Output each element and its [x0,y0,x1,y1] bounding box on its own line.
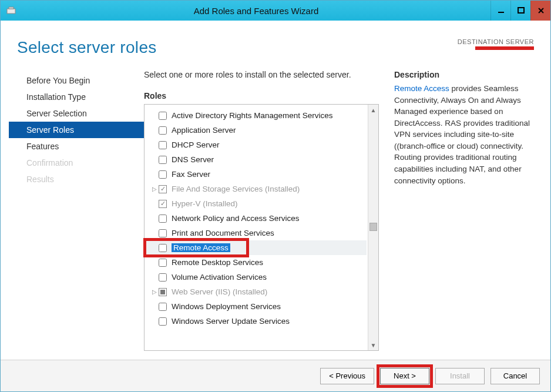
next-button[interactable]: Next > [380,368,429,384]
scroll-up-icon[interactable]: ▲ [368,105,378,115]
role-row[interactable]: Active Directory Rights Management Servi… [146,108,367,123]
svg-rect-1 [9,7,14,9]
role-row[interactable]: Windows Server Update Services [146,314,367,329]
role-label: Remote Access [173,243,229,252]
role-row[interactable]: Remote Access [146,240,367,255]
role-label: Application Server [172,126,236,135]
install-button[interactable]: Install [435,368,485,384]
role-label: Network Policy and Access Services [172,214,300,223]
description-title: Description [394,70,536,79]
role-label: Volume Activation Services [172,273,267,282]
sidebar-item-before-you-begin[interactable]: Before You Begin [9,72,144,89]
checkbox[interactable] [159,229,167,237]
instruction-text: Select one or more roles to install on t… [144,70,379,79]
sidebar-item-features[interactable]: Features [9,138,144,155]
role-row[interactable]: Remote Desktop Services [146,255,367,270]
role-row[interactable]: ✓Hyper-V (Installed) [146,196,367,211]
maximize-button[interactable] [510,1,530,21]
checkbox[interactable] [159,112,167,120]
role-row[interactable]: ▷✓File And Storage Services (Installed) [146,182,367,196]
roles-listbox: Active Directory Rights Management Servi… [144,104,379,351]
role-label: DHCP Server [172,140,220,149]
role-row[interactable]: Fax Server [146,167,367,182]
window-title: Add Roles and Features Wizard [22,6,490,16]
titlebar: Add Roles and Features Wizard [1,1,550,21]
role-label: Fax Server [172,170,210,179]
destination-server-label: DESTINATION SERVER [458,38,534,45]
checkbox-tristate[interactable] [159,288,167,296]
svg-rect-3 [518,8,524,13]
sidebar-item-results: Results [9,171,144,187]
role-label: Print and Document Services [172,229,274,237]
role-label: DNS Server [172,155,214,164]
role-label: Hyper-V (Installed) [172,199,238,208]
checkbox[interactable] [159,215,167,223]
svg-rect-2 [498,12,504,13]
cancel-button[interactable]: Cancel [490,368,540,384]
checkbox[interactable] [159,303,167,311]
role-row[interactable]: Network Policy and Access Services [146,211,367,226]
role-label: File And Storage Services (Installed) [172,185,300,193]
role-row[interactable]: Volume Activation Services [146,270,367,284]
svg-rect-0 [7,9,15,14]
checkbox[interactable] [159,170,167,179]
checkbox[interactable] [159,259,167,267]
scrollbar[interactable]: ▲ ▼ [368,105,378,350]
role-row[interactable]: DHCP Server [146,138,367,152]
role-row[interactable]: Application Server [146,123,367,138]
highlight-destination [475,46,534,50]
description-text: Remote Access provides Seamless Connecti… [394,83,536,186]
checkbox[interactable] [159,317,167,326]
wizard-footer: < Previous Next > Install Cancel [1,360,550,391]
description-body: provides Seamless Connectivity, Always O… [394,84,530,185]
checkbox[interactable] [159,244,167,252]
role-row[interactable]: DNS Server [146,152,367,167]
role-row[interactable]: Windows Deployment Services [146,299,367,314]
checkbox[interactable] [159,156,167,164]
checkbox[interactable] [159,126,167,135]
description-link[interactable]: Remote Access [394,84,449,93]
scroll-down-icon[interactable]: ▼ [368,340,378,350]
checkbox[interactable] [159,141,167,149]
previous-button[interactable]: < Previous [320,368,374,384]
role-label: Active Directory Rights Management Servi… [172,111,333,120]
role-row[interactable]: ▷Web Server (IIS) (Installed) [146,284,367,299]
checkbox[interactable]: ✓ [159,185,167,193]
role-label: Windows Deployment Services [172,302,281,311]
role-row[interactable]: Print and Document Services [146,226,367,240]
checkbox[interactable] [159,273,167,282]
role-label: Web Server (IIS) (Installed) [172,287,267,296]
sidebar-item-installation-type[interactable]: Installation Type [9,89,144,105]
expand-icon[interactable]: ▷ [150,186,159,192]
roles-title: Roles [144,91,379,100]
close-button[interactable] [530,1,550,21]
sidebar-item-server-roles[interactable]: Server Roles [9,122,144,138]
minimize-button[interactable] [490,1,510,21]
wizard-sidebar: Before You BeginInstallation TypeServer … [9,70,144,360]
page-title: Select server roles [17,38,157,57]
expand-icon[interactable]: ▷ [150,289,159,295]
sidebar-item-server-selection[interactable]: Server Selection [9,105,144,122]
scroll-thumb[interactable] [369,223,377,231]
role-label: Windows Server Update Services [172,317,290,326]
app-icon [4,4,18,18]
sidebar-item-confirmation: Confirmation [9,155,144,171]
checkbox[interactable]: ✓ [159,200,167,208]
role-label: Remote Desktop Services [172,258,263,267]
